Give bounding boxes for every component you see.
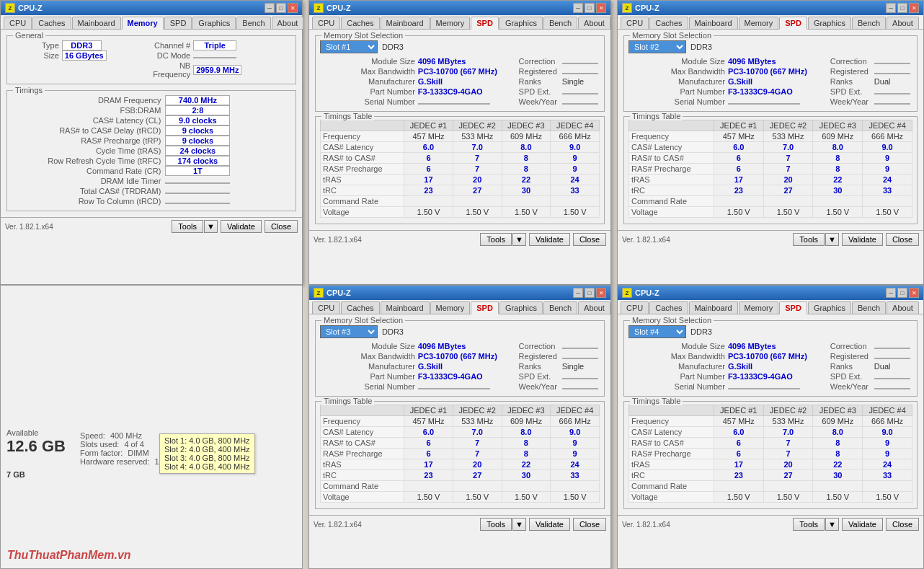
mfr-val-cell-1: G.Skill [418,76,516,87]
tab-mainboard-2[interactable]: Mainboard [381,17,430,29]
close-btn-footer-2[interactable]: Close [573,233,606,246]
tab-spd-2[interactable]: SPD [471,17,499,30]
close-btn-footer-3[interactable]: Close [886,233,919,246]
close-btn-footer-5[interactable]: Close [886,518,919,531]
tools-btn-5[interactable]: Tools ▼ [793,518,839,531]
tab-spd-1[interactable]: SPD [164,17,192,29]
slot-select-1[interactable]: Slot #1 [320,40,378,53]
title-controls-2: ─ □ ✕ [573,3,606,13]
spd-ext-label-1: SPD Ext. [516,87,562,97]
tab-spd-4[interactable]: SPD [471,301,499,314]
tab-about-1[interactable]: About [272,17,304,29]
maximize-btn-1[interactable]: □ [276,3,286,13]
validate-btn-2[interactable]: Validate [529,233,570,246]
tab-about-4[interactable]: About [578,301,610,314]
tab-cpu-4[interactable]: CPU [312,301,340,314]
tab-mainboard-3[interactable]: Mainboard [689,17,738,29]
tab-caches-2[interactable]: Caches [341,17,379,29]
tab-about-3[interactable]: About [887,17,919,29]
tab-memory-4[interactable]: Memory [430,301,471,314]
minimize-btn-3[interactable]: ─ [886,3,896,13]
close-btn-footer-1[interactable]: Close [265,220,298,233]
tab-graphics-4[interactable]: Graphics [499,301,543,314]
max-bw-val-cell-1: PC3-10700 (667 MHz) [418,66,516,76]
tab-graphics-3[interactable]: Graphics [808,17,851,29]
maximize-btn-5[interactable]: □ [897,288,907,298]
slot-select-4[interactable]: Slot #4 [628,325,686,338]
tab-memory-2[interactable]: Memory [430,17,471,29]
validate-btn-5[interactable]: Validate [842,518,883,531]
validate-btn-4[interactable]: Validate [529,518,570,531]
tab-bench-2[interactable]: Bench [543,17,577,29]
tab-spd-3[interactable]: SPD [779,17,807,30]
minimize-btn-1[interactable]: ─ [265,3,275,13]
tools-arrow-3[interactable]: ▼ [825,233,839,246]
tools-arrow-2[interactable]: ▼ [512,233,526,246]
tab-caches-4[interactable]: Caches [341,301,379,314]
close-btn-2[interactable]: ✕ [596,3,606,13]
tools-btn-4[interactable]: Tools ▼ [480,518,526,531]
tab-spd-5[interactable]: SPD [779,301,807,314]
close-btn-3[interactable]: ✕ [909,3,919,13]
tooltip-line2: Slot 2: 4.0 GB, 400 MHz [164,445,250,454]
minimize-btn-4[interactable]: ─ [573,288,583,298]
maximize-btn-4[interactable]: □ [585,288,595,298]
tab-bench-5[interactable]: Bench [852,301,886,314]
tab-cpu-3[interactable]: CPU [621,17,649,29]
tools-label-1[interactable]: Tools [172,220,203,233]
tab-about-2[interactable]: About [578,17,610,29]
tab-memory-1[interactable]: Memory [122,17,164,30]
window-title-1: CPU-Z [18,4,43,12]
tab-about-5[interactable]: About [887,301,919,314]
tab-mainboard-4[interactable]: Mainboard [381,301,430,314]
rcd-val-cell: 9 clocks [165,125,291,136]
minimize-btn-2[interactable]: ─ [573,3,583,13]
tools-arrow-1[interactable]: ▼ [204,220,218,233]
validate-btn-1[interactable]: Validate [221,220,262,233]
slot-select-3[interactable]: Slot #3 [320,325,378,338]
minimize-btn-5[interactable]: ─ [886,288,896,298]
maximize-btn-2[interactable]: □ [585,3,595,13]
tools-label-4[interactable]: Tools [480,518,512,531]
jedec-table-3: JEDEC #1 JEDEC #2 JEDEC #3 JEDEC #4 Freq… [320,405,600,503]
tab-caches-5[interactable]: Caches [649,301,688,314]
tab-caches-1[interactable]: Caches [32,17,71,29]
close-btn-footer-4[interactable]: Close [573,518,606,531]
tab-graphics-5[interactable]: Graphics [808,301,851,314]
tools-btn-2[interactable]: Tools ▼ [480,233,526,246]
slot-select-2[interactable]: Slot #2 [628,40,686,53]
close-btn-1[interactable]: ✕ [288,3,298,13]
dc-value-cell [193,50,291,61]
tab-cpu-2[interactable]: CPU [312,17,340,29]
slot-type-3: DDR3 [382,327,404,336]
tab-mainboard-5[interactable]: Mainboard [689,301,738,314]
tab-graphics-1[interactable]: Graphics [192,17,236,29]
tab-memory-5[interactable]: Memory [739,301,779,314]
tab-caches-3[interactable]: Caches [649,17,688,29]
tools-btn-1[interactable]: Tools ▼ [172,220,218,233]
tools-label-2[interactable]: Tools [480,233,512,246]
rp-row-2: RAS# Precharge 6789 [629,164,912,175]
tools-arrow-4[interactable]: ▼ [512,518,526,531]
close-btn-5[interactable]: ✕ [909,288,919,298]
validate-btn-3[interactable]: Validate [842,233,883,246]
tab-cpu-5[interactable]: CPU [621,301,649,314]
rp-j4-1: 9 [551,164,600,175]
tab-graphics-2[interactable]: Graphics [499,17,543,29]
spd-slot3-window: Z CPU-Z ─ □ ✕ CPU Caches Mainboard Memor… [308,285,611,569]
tools-arrow-5[interactable]: ▼ [825,518,839,531]
close-btn-4[interactable]: ✕ [596,288,606,298]
bottom-left-panel: Available 12.6 GB Speed: 400 MHz Slots u… [0,285,303,569]
tab-memory-3[interactable]: Memory [739,17,779,29]
tools-label-3[interactable]: Tools [793,233,825,246]
tab-mainboard-1[interactable]: Mainboard [72,17,121,29]
tab-bench-4[interactable]: Bench [543,301,577,314]
tools-label-5[interactable]: Tools [793,518,825,531]
registered-val-2 [874,73,910,74]
tab-bench-1[interactable]: Bench [236,17,270,29]
slot-sel-label-2: Memory Slot Selection [630,31,714,40]
tab-bench-3[interactable]: Bench [852,17,886,29]
tab-cpu-1[interactable]: CPU [4,17,32,29]
maximize-btn-3[interactable]: □ [897,3,907,13]
tools-btn-3[interactable]: Tools ▼ [793,233,839,246]
